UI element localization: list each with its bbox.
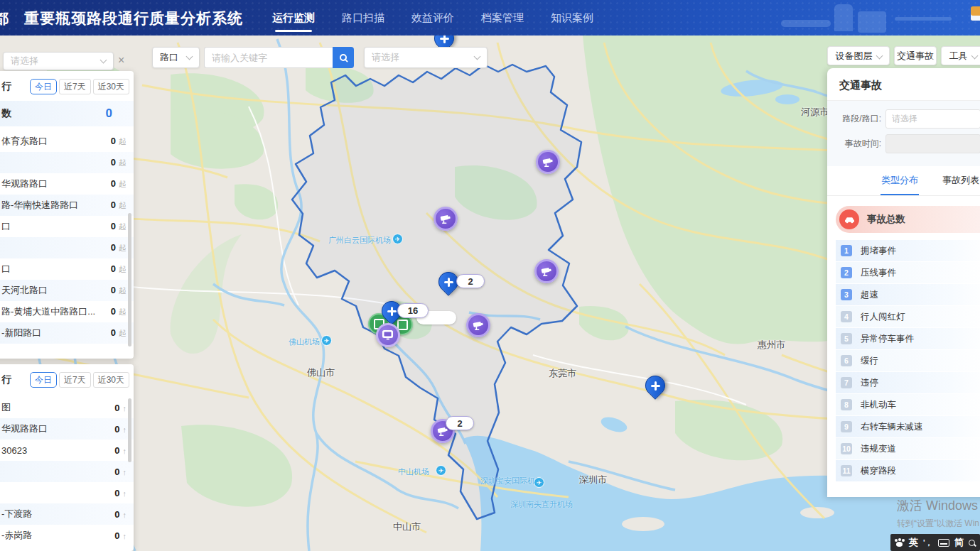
list-item[interactable]: 306230↑ <box>0 440 134 461</box>
item-value: 0 <box>111 263 116 274</box>
list-item[interactable]: 0↑ <box>0 482 134 503</box>
count-badge[interactable]: 16 <box>397 303 429 318</box>
camera-marker[interactable] <box>536 150 560 174</box>
type-label: 非机动车 <box>861 399 896 411</box>
nav-item-scan[interactable]: 路口扫描 <box>341 11 385 25</box>
accidents-button[interactable]: 交通事故 <box>894 46 937 65</box>
accident-total-row[interactable]: 事故总数 <box>836 206 980 233</box>
ranking-list: 体育东路口0起 0起 华观路路口0起 路-华南快速路路口0起 口0起 0起 口0… <box>0 131 134 344</box>
range-tab-today[interactable]: 今日 <box>30 79 57 94</box>
list-item[interactable]: 华观路路口0↑ <box>0 418 134 440</box>
search-icon <box>340 54 347 61</box>
list-item[interactable]: 0起 <box>0 152 134 173</box>
list-item[interactable]: -赤岗路0↑ <box>0 525 134 546</box>
scrollbar-thumb[interactable] <box>128 213 131 347</box>
layers-dropdown-button[interactable]: 设备图层 <box>827 46 890 65</box>
item-unit: 起 <box>119 200 126 211</box>
keyboard-icon[interactable] <box>938 539 949 547</box>
category-select[interactable]: 路口 <box>152 47 200 68</box>
plus-icon <box>439 273 458 291</box>
nav-item-monitoring[interactable]: 运行监测 <box>271 11 316 25</box>
road-select[interactable]: 请选择 <box>885 109 980 129</box>
list-item[interactable]: 体育东路口0起 <box>0 131 134 152</box>
type-row[interactable]: 3超速 <box>836 284 980 305</box>
item-label: 华观路路口 <box>1 422 48 435</box>
item-label: 天河北路口 <box>1 284 48 297</box>
nav-item-archive[interactable]: 档案管理 <box>480 11 524 25</box>
keyword-input[interactable] <box>204 47 333 68</box>
ime-search-icon[interactable] <box>969 540 975 546</box>
region-select[interactable]: 请选择 <box>3 52 114 70</box>
item-label: -新阳路口 <box>1 327 41 339</box>
type-label: 压线事件 <box>861 267 896 279</box>
type-row[interactable]: 9右转车辆未减速 <box>836 416 980 437</box>
list-item[interactable]: 路-黄埔大道中路路口...0起 <box>0 301 134 322</box>
range-tab-30days[interactable]: 近30天 <box>93 372 129 388</box>
airport-label: 佛山机场 <box>289 337 320 347</box>
type-row[interactable]: 8非机动车 <box>836 394 980 415</box>
ime-logo-icon[interactable] <box>895 539 904 547</box>
count-badge[interactable]: 2 <box>446 416 474 430</box>
close-icon[interactable]: × <box>118 55 124 66</box>
header-corner-icon <box>971 6 980 21</box>
ime-lang-toggle[interactable]: 英 <box>909 536 918 549</box>
list-item[interactable]: 0起 <box>0 237 134 258</box>
rank-badge: 9 <box>841 421 852 432</box>
item-label: 30623 <box>1 445 27 456</box>
search-button[interactable] <box>333 47 354 68</box>
ime-punct-toggle[interactable]: '， <box>923 538 933 548</box>
count-badge[interactable]: 2 <box>456 274 485 288</box>
type-row[interactable]: 7违停 <box>836 372 980 393</box>
chevron-down-icon <box>100 57 107 64</box>
item-unit: 起 <box>119 179 126 190</box>
airplane-icon: ✈ <box>436 465 446 476</box>
list-item[interactable]: 天河北路口0起 <box>0 280 134 301</box>
range-tab-30days[interactable]: 近30天 <box>93 79 129 94</box>
type-label: 拥堵事件 <box>861 245 896 257</box>
list-item[interactable]: -新阳路口0起 <box>0 322 134 344</box>
item-unit: 起 <box>119 264 126 275</box>
camera-marker[interactable] <box>434 207 458 231</box>
screen-marker[interactable] <box>376 323 400 347</box>
ime-simplified-toggle[interactable]: 简 <box>954 536 964 549</box>
list-item[interactable]: -下渡路0↑ <box>0 503 134 525</box>
camera-marker[interactable] <box>466 313 490 337</box>
traffic-accident-panel: 交通事故 路段/路口: 请选择 事故时间: 类型分布 事故列表 事故总数 <box>827 68 980 497</box>
up-arrow-icon: ↑ <box>123 425 127 434</box>
list-item[interactable]: 路-华南快速路路口0起 <box>0 195 134 216</box>
nav-item-knowledge[interactable]: 知识案例 <box>550 11 594 25</box>
rank-badge: 1 <box>841 245 852 256</box>
range-tab-today[interactable]: 今日 <box>30 372 57 388</box>
airport-label: 深圳南头直升机场 <box>510 499 573 510</box>
scrollbar-thumb[interactable] <box>128 398 131 462</box>
list-item[interactable]: 0↑ <box>0 461 134 482</box>
type-row[interactable]: 11横穿路段 <box>836 460 980 481</box>
type-row[interactable]: 1拥堵事件 <box>836 240 980 261</box>
list-item[interactable]: 口0起 <box>0 216 134 237</box>
item-value: 0 <box>111 285 116 295</box>
type-row[interactable]: 4行人闯红灯 <box>836 306 980 327</box>
rank-badge: 3 <box>841 289 852 300</box>
list-item[interactable]: 图0↑ <box>0 397 134 418</box>
area-select[interactable]: 请选择 <box>364 47 488 68</box>
type-row[interactable]: 6缓行 <box>836 350 980 371</box>
camera-marker[interactable] <box>534 259 559 283</box>
nav-item-benefit[interactable]: 效益评价 <box>411 11 455 25</box>
type-row[interactable]: 5异常停车事件 <box>836 328 980 349</box>
item-unit: 起 <box>119 328 126 339</box>
chevron-down-icon <box>876 53 883 60</box>
type-row[interactable]: 10违规变道 <box>836 438 980 459</box>
tab-accident-list[interactable]: 事故列表 <box>942 174 979 195</box>
ranking-list: 图0↑ 华观路路口0↑ 306230↑ 0↑ 0↑ -下渡路0↑ -赤岗路0↑ <box>0 397 134 546</box>
chevron-down-icon <box>971 53 978 60</box>
type-rows: 1拥堵事件 2压线事件 3超速 4行人闯红灯 5异常停车事件 6缓行 7违停 8… <box>836 240 980 481</box>
list-item[interactable]: 口0起 <box>0 258 134 280</box>
time-field[interactable] <box>885 134 980 153</box>
range-tab-7days[interactable]: 近7天 <box>59 372 91 388</box>
tools-dropdown-button[interactable]: 工具 <box>941 46 980 65</box>
range-tab-7days[interactable]: 近7天 <box>59 79 91 94</box>
type-row[interactable]: 2压线事件 <box>836 262 980 283</box>
area-select-placeholder: 请选择 <box>365 51 475 64</box>
tab-type-distribution[interactable]: 类型分布 <box>881 174 918 195</box>
list-item[interactable]: 华观路路口0起 <box>0 173 134 195</box>
